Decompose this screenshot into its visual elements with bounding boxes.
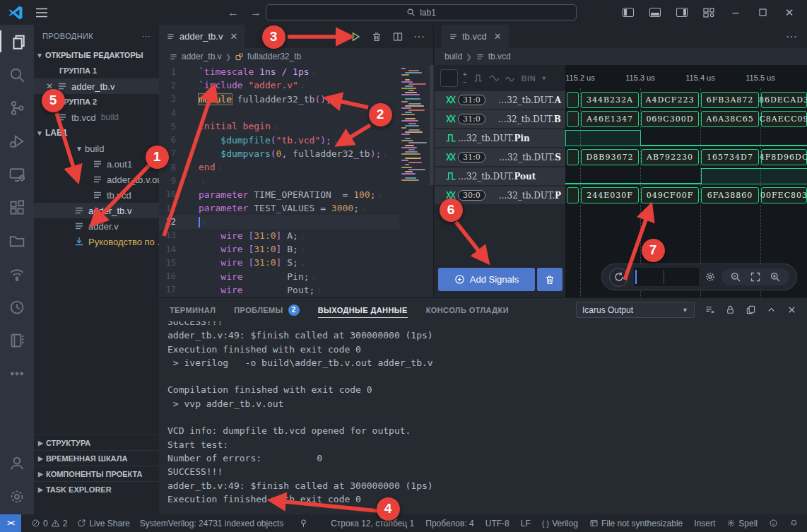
code-line-10[interactable]: 10parameter TIME_OPERATION = 100; (159, 188, 399, 201)
toggle-sidebar-icon[interactable] (618, 3, 639, 23)
remote-indicator[interactable]: >< (0, 514, 21, 532)
code-line-12[interactable]: 12 (159, 215, 399, 228)
color-swatch[interactable] (440, 69, 458, 87)
breadcrumb[interactable]: build ❯ tb.vcd (435, 48, 807, 65)
editor-scrollbar[interactable] (430, 65, 434, 185)
problems-status[interactable]: 0 2 (31, 519, 67, 528)
cursor-position[interactable]: Строка 12, столбец 1 (331, 519, 414, 528)
editor-more-icon[interactable]: ··· (786, 25, 807, 48)
feedback-icon[interactable] (769, 519, 778, 528)
indentation[interactable]: Пробелов: 4 (425, 519, 474, 528)
toggle-secondary-sidebar-icon[interactable] (671, 3, 693, 23)
signal-row-4[interactable]: 31:0…32_tb.DUT.S (435, 148, 565, 166)
clear-output-icon[interactable] (705, 305, 715, 315)
command-search-input[interactable]: lab1 (266, 4, 577, 20)
editor-more-icon[interactable]: ··· (413, 30, 425, 43)
signal-row-2[interactable]: 31:0…32_tb.DUT.B (435, 110, 565, 128)
customize-layout-icon[interactable] (698, 3, 719, 23)
zoom-out-icon[interactable] (730, 271, 741, 283)
chevron-down-icon[interactable]: ▼ (541, 75, 547, 82)
notifications-bell-icon[interactable] (789, 519, 799, 528)
timing-mode-icon[interactable] (473, 73, 484, 83)
run-history-icon[interactable] (0, 290, 34, 324)
code-line-13[interactable]: 13 wire [31:0] A; (159, 229, 399, 242)
synthesis-status[interactable]: File not synthesizable (589, 519, 683, 528)
code-editor[interactable]: 1`timescale 1ns / 1ps2`include "adder.v"… (159, 65, 399, 297)
sidebar-section-временная-шкала[interactable]: ▶ВРЕМЕННАЯ ШКАЛА (34, 450, 159, 466)
gear-icon[interactable] (705, 271, 716, 283)
add-signals-button[interactable]: Add Signals (438, 268, 535, 291)
radix-select[interactable]: BIN (522, 74, 536, 83)
tab-tb-vcd[interactable]: tb.vcd ✕ (442, 25, 509, 48)
tab-output[interactable]: ВЫХОДНЫЕ ДАННЫЕ (318, 298, 408, 321)
open-editors-group[interactable]: ГРУППА 1 (34, 63, 159, 78)
explorer-icon[interactable] (0, 25, 34, 58)
tree-item-build[interactable]: ▼build (34, 141, 159, 156)
signal-row-3[interactable]: …32_tb.DUT.Pin (435, 129, 565, 147)
signal-row-5[interactable]: …32_tb.DUT.Pout (435, 167, 565, 185)
tab-terminal[interactable]: ТЕРМИНАЛ (170, 298, 216, 321)
analog-mode-icon[interactable] (489, 73, 500, 83)
sidebar-more-icon[interactable]: ··· (142, 32, 151, 40)
zoom-fit-icon[interactable] (750, 271, 761, 283)
tree-item-tb-vcd[interactable]: tb.vcd (34, 187, 159, 203)
breadcrumb-symbol[interactable]: fulladder32_tb (247, 52, 301, 61)
code-line-17[interactable]: 17 wire Pout; (159, 283, 399, 297)
indexer-status[interactable]: SystemVerilog: 24731 indexed objects (140, 519, 283, 528)
live-share-button[interactable]: Live Share (77, 519, 129, 528)
spell-check[interactable]: Spell (726, 519, 758, 528)
time-input[interactable] (634, 268, 699, 286)
search-icon[interactable] (0, 58, 34, 91)
code-line-11[interactable]: 11parameter TEST_VALUES = 3000; (159, 201, 399, 215)
more-icon[interactable] (0, 357, 34, 390)
tab-adder-tb[interactable]: adder_tb.v ✕ (159, 25, 245, 48)
minimize-button[interactable]: – (725, 3, 746, 23)
tree-item-adder-tb-v[interactable]: adder_tb.v (34, 203, 159, 218)
tree-item--[interactable]: Руководство по ...2 (34, 234, 159, 249)
open-editors-header[interactable]: ▼ОТКРЫТЫЕ РЕДАКТОРЫ (34, 47, 159, 63)
code-line-7[interactable]: 7 $dumpvars(0, fulladder32_tb); (159, 147, 399, 160)
account-icon[interactable] (0, 447, 34, 480)
run-debug-icon[interactable] (0, 124, 34, 158)
insert-mode[interactable]: Insert (694, 519, 715, 528)
refresh-button[interactable] (609, 268, 628, 287)
code-line-6[interactable]: 6 $dumpfile("tb.vcd"); (159, 133, 399, 146)
eol[interactable]: LF (521, 519, 531, 528)
code-line-5[interactable]: 5initial begin (159, 119, 399, 133)
tree-item-adder-v[interactable]: adder.v (34, 218, 159, 234)
settings-icon[interactable] (0, 480, 34, 513)
code-line-9[interactable]: 9 (159, 174, 399, 187)
open-in-editor-icon[interactable] (746, 305, 756, 315)
tab-close-icon[interactable]: ✕ (494, 31, 502, 42)
output-content[interactable]: SUCCESS!!!adder_tb.v:49: $finish called … (167, 321, 804, 514)
wifi-icon[interactable] (0, 257, 34, 290)
breadcrumb-folder[interactable]: build (444, 52, 462, 61)
zoom-out-small-button[interactable]: − (463, 78, 467, 86)
remove-signals-button[interactable] (537, 268, 562, 291)
tree-item-adder-tb-v-out[interactable]: adder_tb.v.out (34, 172, 159, 187)
tree-item-a-out1[interactable]: a.out1 (34, 156, 159, 172)
language-mode[interactable]: { }Verilog (542, 519, 578, 528)
breadcrumb-file[interactable]: adder_tb.v (182, 52, 222, 61)
analog-mode-alt-icon[interactable] (505, 73, 515, 83)
zoom-in-icon[interactable] (770, 271, 781, 283)
signal-row-1[interactable]: 31:0…32_tb.DUT.A (435, 91, 565, 109)
maximize-button[interactable] (752, 3, 773, 23)
sidebar-section-структура[interactable]: ▶СТРУКТУРА (34, 435, 159, 450)
zoom-in-small-button[interactable]: + (463, 71, 467, 78)
code-line-3[interactable]: 3module fulladder32_tb(); (159, 93, 399, 106)
notebook-icon[interactable] (0, 324, 34, 357)
tree-root-lab1[interactable]: ▼LAB1 (34, 125, 159, 141)
code-line-4[interactable]: 4 (159, 106, 399, 119)
code-line-16[interactable]: 16 wire Pin; (159, 269, 399, 283)
toggle-panel-icon[interactable] (644, 3, 666, 23)
code-line-2[interactable]: 2`include "adder.v" (159, 78, 399, 92)
code-line-1[interactable]: 1`timescale 1ns / 1ps (159, 65, 399, 78)
sidebar-section-task-explorer[interactable]: ▶TASK EXPLORER (34, 481, 159, 497)
code-line-15[interactable]: 15 wire [31:0] S; (159, 256, 399, 269)
breadcrumb[interactable]: adder_tb.v ❯ fulladder32_tb (159, 48, 433, 65)
breadcrumb-file[interactable]: tb.vcd (488, 52, 511, 61)
tab-debug-console[interactable]: КОНСОЛЬ ОТЛАДКИ (426, 298, 509, 321)
close-panel-icon[interactable] (787, 305, 797, 315)
code-line-14[interactable]: 14 wire [31:0] B; (159, 242, 399, 256)
